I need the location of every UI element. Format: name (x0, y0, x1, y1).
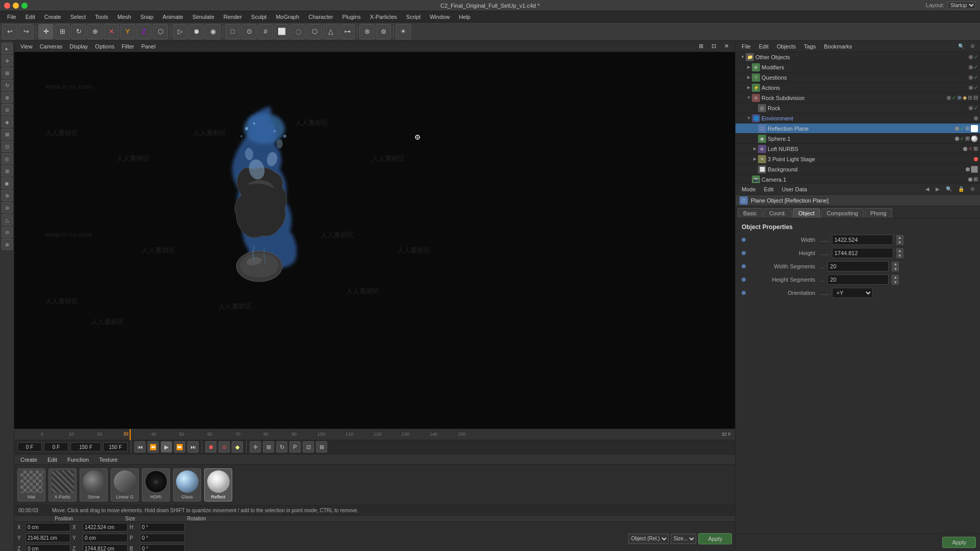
om-tag-rs-3[interactable]: ⊞ (968, 94, 972, 101)
menu-snap[interactable]: Snap (136, 13, 158, 21)
object-mode-select[interactable]: Object (Rel.) (628, 534, 669, 544)
om-vis-dot-bg[interactable] (966, 167, 970, 171)
pp-spin-up-width[interactable]: ▲ (896, 235, 903, 240)
om-row-modifiers[interactable]: ▶ ⊕ Modifiers ✓ (736, 62, 980, 72)
left-tool-9[interactable]: ⊡ (2, 141, 13, 152)
om-check-questions[interactable]: ✓ (974, 74, 978, 80)
menu-mograph[interactable]: MoGraph (272, 13, 303, 21)
material-hdri[interactable]: ● HDRI (142, 468, 170, 502)
material-linear-gradient[interactable]: Linear G (111, 468, 139, 502)
y-axis-button[interactable]: Y (120, 24, 135, 39)
scale-tool-button[interactable]: ⊞ (55, 24, 70, 39)
menu-mesh[interactable]: Mesh (113, 13, 135, 21)
pos-z-input[interactable] (26, 544, 70, 551)
keyframe-button[interactable]: ◉ (205, 24, 220, 39)
left-tool-10[interactable]: ◎ (2, 153, 13, 164)
menu-plugins[interactable]: Plugins (338, 13, 365, 21)
light-button[interactable]: ☀ (396, 24, 411, 39)
om-menu-tags[interactable]: Tags (801, 42, 819, 51)
om-row-sphere[interactable]: ◉ Sphere.1 ✓ ⊞ (736, 134, 980, 144)
left-tool-7[interactable]: ◈ (2, 116, 13, 128)
vp-maximize-button[interactable]: ⊞ (696, 42, 706, 51)
play-button[interactable]: ▷ (173, 24, 188, 39)
pos-x-input[interactable] (26, 523, 70, 532)
left-tool-12[interactable]: ◉ (2, 178, 13, 189)
undo-button[interactable]: ↩ (2, 24, 17, 39)
om-menu-bookmarks[interactable]: Bookmarks (821, 42, 855, 51)
snap-key-button[interactable]: ⊞ (316, 441, 327, 453)
vp-menu-cameras[interactable]: Cameras (37, 42, 66, 51)
om-tag-sphere-1[interactable]: ⊞ (965, 135, 970, 142)
mat-menu-edit[interactable]: Edit (44, 456, 60, 464)
pp-settings-icon[interactable]: ⚙ (968, 185, 977, 193)
material-stone[interactable]: Stone (80, 468, 108, 502)
vp-menu-filter[interactable]: Filter (118, 42, 137, 51)
om-vis-dot-rock[interactable] (969, 106, 973, 110)
om-tag-loft-1[interactable]: ⊞ (973, 145, 978, 152)
menu-create[interactable]: Create (40, 13, 65, 21)
om-row-other-objects[interactable]: ▼ 📁 Other Objects ✓ (736, 52, 980, 62)
om-menu-objects[interactable]: Objects (774, 42, 799, 51)
transform-tool-button[interactable]: ⊕ (87, 24, 103, 39)
om-menu-edit[interactable]: Edit (756, 42, 772, 51)
pp-search-icon[interactable]: 🔍 (944, 185, 954, 193)
om-check-modifiers[interactable]: ✓ (974, 64, 978, 70)
null-button[interactable]: ✕ (104, 24, 119, 39)
left-tool-rotate[interactable]: ↻ (2, 80, 13, 91)
param-button[interactable]: P (289, 441, 301, 453)
left-tool-8[interactable]: ⊠ (2, 129, 13, 140)
om-row-reflection-plane[interactable]: □ Reflection Plane ✓ ⊞ (736, 123, 980, 134)
end-frame-input[interactable] (70, 442, 101, 452)
pp-tab-compositing[interactable]: Compositing (821, 208, 864, 218)
om-row-loft-nurbs[interactable]: ▶ ⊛ Loft NURBS ✕ ⊞ (736, 144, 980, 154)
left-tool-14[interactable]: ⊜ (2, 202, 13, 213)
move-tool-button[interactable]: ✛ (38, 24, 54, 39)
om-tag-cam-1[interactable]: ⊞ (973, 176, 978, 183)
menu-script[interactable]: Script (402, 13, 425, 21)
pp-spin-up-hseg[interactable]: ▲ (892, 275, 899, 280)
object-button[interactable]: ◌ (290, 24, 306, 39)
om-x-loft[interactable]: ✕ (968, 146, 972, 152)
pos-y-input[interactable] (26, 534, 70, 542)
om-expand-light[interactable]: ▶ (752, 156, 758, 162)
om-row-actions[interactable]: ▶ ⚡ Actions ✓ (736, 83, 980, 93)
material-glass[interactable]: Glass (173, 468, 201, 502)
left-tool-move[interactable]: ✛ (2, 55, 13, 66)
pp-spin-up-height[interactable]: ▲ (896, 248, 903, 253)
om-check-refl[interactable]: ✓ (960, 126, 964, 131)
left-tool-15[interactable]: △ (2, 214, 13, 226)
pp-spin-up-wseg[interactable]: ▲ (892, 262, 899, 266)
om-expand-loft[interactable]: ▶ (752, 146, 758, 152)
om-expand-sphere[interactable] (752, 136, 758, 142)
material-reflect[interactable]: Reflect (204, 468, 232, 502)
key-button[interactable]: ◆ (232, 441, 243, 453)
om-row-light-stage[interactable]: ▶ ☀ 3 Point Light Stage (736, 154, 980, 164)
menu-help[interactable]: Help (455, 13, 475, 21)
pp-nav-right[interactable]: ▶ (934, 185, 942, 193)
rotate-tool-button[interactable]: ↻ (71, 24, 86, 39)
viewport-canvas[interactable]: 人人素材区 人人素材区 人人素材区 人人素材区 人人素材区 www.rr-sc.… (14, 52, 735, 429)
pp-nav-left[interactable]: ◀ (923, 185, 932, 193)
material-xparticles[interactable]: X-Partic (48, 468, 77, 502)
left-tool-17[interactable]: ⊗ (2, 239, 13, 250)
size-x-input[interactable] (83, 523, 128, 532)
pp-menu-edit[interactable]: Edit (761, 185, 777, 193)
size-mode-select[interactable]: Size... (671, 534, 696, 544)
om-row-background[interactable]: ⬜ Background (736, 164, 980, 174)
size-y-input[interactable] (83, 534, 128, 542)
pp-spin-down-width[interactable]: ▼ (896, 240, 903, 245)
om-vis-dot-env[interactable] (974, 116, 978, 120)
om-check-rock-sub[interactable]: ✓ (952, 95, 956, 101)
menu-file[interactable]: File (3, 13, 20, 21)
om-vis-dot-rs[interactable] (947, 96, 951, 100)
om-material-tag-bg[interactable] (971, 166, 978, 173)
pp-tab-phong[interactable]: Phong (865, 208, 892, 218)
left-tool-13[interactable]: ⊛ (2, 190, 13, 201)
om-check-sphere[interactable]: ✓ (960, 136, 964, 141)
3d-button[interactable]: ⊛ (359, 24, 375, 39)
cube-button[interactable]: ⬜ (274, 24, 289, 39)
om-check-rock[interactable]: ✓ (974, 105, 978, 111)
om-row-rock[interactable]: ◎ Rock ✓ (736, 103, 980, 113)
left-tool-5[interactable]: ⊕ (2, 92, 13, 103)
pp-lock-icon[interactable]: 🔒 (956, 185, 966, 193)
